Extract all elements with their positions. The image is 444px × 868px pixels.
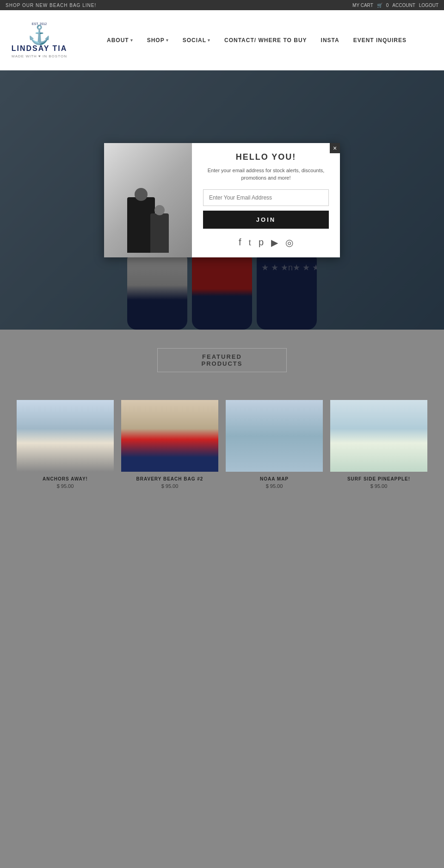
main-nav: ABOUT ▾ SHOP ▾ SOCIAL ▾ CONTACT/ WHERE T… [69, 37, 435, 44]
nav-insta[interactable]: INSTA [321, 37, 339, 44]
cart-label[interactable]: MY CART [352, 3, 373, 8]
nav-about[interactable]: ABOUT ▾ [107, 37, 133, 44]
logo-name: LINDSAY TIA [12, 44, 68, 53]
modal-title: HELLO YOU! [236, 152, 296, 162]
nav-contact[interactable]: CONTACT/ WHERE TO BUY [224, 37, 307, 44]
modal-close-button[interactable]: × [330, 143, 340, 153]
product-name-2: BRAVERY BEACH BAG #2 [121, 476, 218, 481]
promo-text: SHOP OUR NEW BEACH BAG LINE! [6, 3, 96, 8]
facebook-icon[interactable]: f [239, 237, 241, 248]
product-card-4[interactable]: SURF SIDE PINEAPPLE! $ 95.00 [330, 400, 427, 489]
product-price-3: $ 95.00 [226, 483, 323, 489]
products-grid: ANCHORS AWAY! $ 95.00 BRAVERY BEACH BAG … [9, 400, 435, 489]
header: EST. 2012 ⚓ LINDSAY TIA MADE WITH ♥ IN B… [0, 10, 444, 70]
figure-child [150, 213, 169, 253]
modal-description: Enter your email address for stock alert… [203, 167, 329, 182]
modal-image [104, 143, 192, 257]
top-bar-right: MY CART 🛒 0 ACCOUNT LOGOUT [352, 3, 438, 8]
cart-icon: 🛒 [377, 3, 382, 8]
featured-title: FEATUREDPRODUCTS [202, 353, 243, 367]
lower-area [0, 517, 444, 868]
social-links: f t p ▶ ◎ [239, 237, 293, 248]
nav-shop[interactable]: SHOP ▾ [147, 37, 169, 44]
featured-section: FEATUREDPRODUCTS ANCHORS AWAY! $ 95.00 B… [0, 330, 444, 517]
chevron-down-icon: ▾ [166, 38, 169, 43]
logo-sub: MADE WITH ♥ IN BOSTON [12, 54, 67, 58]
youtube-icon[interactable]: ▶ [271, 237, 278, 248]
product-name-4: SURF SIDE PINEAPPLE! [330, 476, 427, 481]
product-image-1 [17, 400, 114, 472]
nav-social[interactable]: SOCIAL ▾ [183, 37, 210, 44]
featured-title-box: FEATUREDPRODUCTS [157, 348, 287, 372]
logo[interactable]: EST. 2012 ⚓ LINDSAY TIA MADE WITH ♥ IN B… [9, 22, 69, 58]
modal-overlay: × HELLO YOU! Enter your email address fo… [0, 70, 444, 330]
anchor-icon: ⚓ [28, 25, 51, 44]
modal-content: HELLO YOU! Enter your email address for … [192, 143, 340, 257]
chevron-down-icon: ▾ [208, 38, 210, 43]
pinterest-icon[interactable]: p [259, 237, 264, 248]
email-input[interactable] [203, 189, 329, 206]
email-modal: × HELLO YOU! Enter your email address fo… [104, 143, 340, 257]
product-name-3: NOAA MAP [226, 476, 323, 481]
product-name-1: ANCHORS AWAY! [17, 476, 114, 481]
twitter-icon[interactable]: t [248, 237, 251, 248]
nav-event[interactable]: EVENT INQUIRES [353, 37, 407, 44]
hero-section: × HELLO YOU! Enter your email address fo… [0, 70, 444, 330]
product-card-3[interactable]: NOAA MAP $ 95.00 [226, 400, 323, 489]
product-price-4: $ 95.00 [330, 483, 427, 489]
top-bar: SHOP OUR NEW BEACH BAG LINE! MY CART 🛒 0… [0, 0, 444, 10]
instagram-icon[interactable]: ◎ [285, 237, 293, 248]
product-price-1: $ 95.00 [17, 483, 114, 489]
product-image-4 [330, 400, 427, 472]
account-label[interactable]: ACCOUNT [392, 3, 415, 8]
logout-label[interactable]: LOGOUT [419, 3, 438, 8]
product-card-2[interactable]: BRAVERY BEACH BAG #2 $ 95.00 [121, 400, 218, 489]
product-image-3 [226, 400, 323, 472]
product-card-1[interactable]: ANCHORS AWAY! $ 95.00 [17, 400, 114, 489]
product-price-2: $ 95.00 [121, 483, 218, 489]
join-button[interactable]: JOIN [203, 211, 329, 229]
product-image-2 [121, 400, 218, 472]
cart-count: 0 [386, 3, 389, 8]
chevron-down-icon: ▾ [130, 38, 133, 43]
modal-figures [104, 143, 192, 257]
